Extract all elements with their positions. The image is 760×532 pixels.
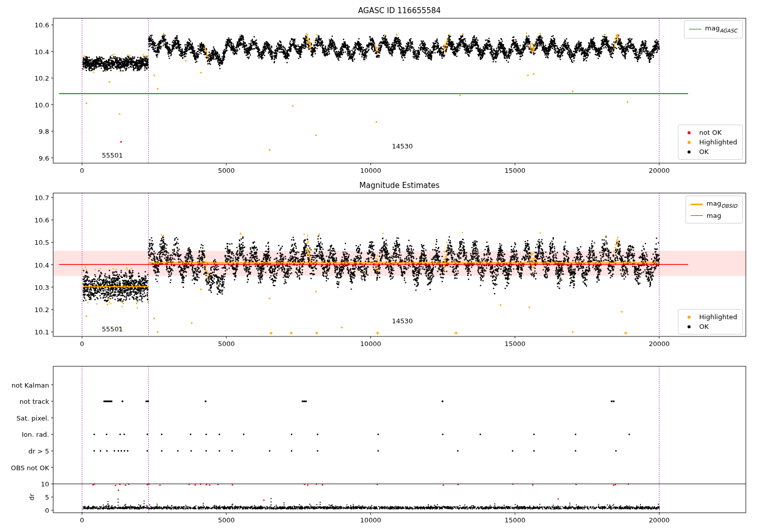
legend-item-mag: mag <box>690 211 737 220</box>
x-tick-label: 15000 <box>505 340 525 348</box>
plot1-annotation-obsid-14530: 14530 <box>392 142 413 149</box>
highlighted-dot-swatch <box>682 316 696 319</box>
highlighted-dot-swatch <box>682 141 696 144</box>
y-tick-label: 10.7 <box>34 194 49 201</box>
x-tick-label: 20000 <box>649 516 669 524</box>
y-tick-label: 9.8 <box>39 128 49 135</box>
x-tick-label: 20000 <box>649 340 669 348</box>
mag-agasc-line-swatch <box>689 29 702 29</box>
y-tick-label: 9.6 <box>39 154 49 162</box>
x-tick-label: 0 <box>80 167 84 174</box>
y-tick-label: 10.1 <box>34 328 49 336</box>
legend-item-ok: OK <box>682 322 737 331</box>
dr-tick-label: 10 <box>41 480 49 488</box>
legend-label-mag-obsid: magOBSID <box>707 199 737 211</box>
x-tick-label: 5000 <box>218 516 235 524</box>
x-tick-label: 10000 <box>360 516 381 524</box>
black-dot-icon <box>688 325 691 328</box>
legend-label-text: mag <box>705 24 720 32</box>
x-tick-label: 10000 <box>360 167 381 174</box>
legend-label-highlighted: Highlighted <box>699 137 737 147</box>
legend-label-text: mag <box>707 200 721 207</box>
legend-label-ok: OK <box>699 147 709 157</box>
row-label-0: not Kalman <box>12 381 49 389</box>
legend-item-ok: OK <box>682 147 737 157</box>
legend-item-highlighted: Highlighted <box>682 312 737 322</box>
y-tick-label: 10.6 <box>34 21 49 29</box>
figure: AGASC ID 116655584 Magnitude Estimates 5… <box>0 0 760 532</box>
y-tick-label: 10.2 <box>34 74 49 82</box>
dr-tick-label: 0 <box>45 507 49 514</box>
dr-axis-label: dr <box>28 493 35 501</box>
x-tick-label: 0 <box>80 516 84 524</box>
y-tick-label: 10.3 <box>34 283 49 291</box>
legend-item-mag-agasc: magAGASC <box>689 23 737 35</box>
legend-label-sub: AGASC <box>719 28 737 33</box>
ok-dot-swatch <box>682 325 696 328</box>
overlay: AGASC ID 116655584 Magnitude Estimates 5… <box>0 0 760 532</box>
row-label-1: not track <box>19 398 49 405</box>
orange-dot-icon <box>688 316 691 319</box>
legend-item-mag-obsid: magOBSID <box>690 199 737 211</box>
plot2-legend-points: Highlighted OK <box>678 309 743 334</box>
ok-dot-swatch <box>682 150 696 154</box>
x-tick-label: 15000 <box>505 516 525 524</box>
y-tick-label: 10.5 <box>34 239 49 246</box>
plot2-title: Magnitude Estimates <box>53 181 746 190</box>
green-line-icon <box>689 29 701 29</box>
mag-line-swatch <box>690 215 703 216</box>
legend-label-highlighted: Highlighted <box>699 312 737 322</box>
x-tick-label: 15000 <box>505 167 525 174</box>
plot2-legend-lines: magOBSID mag <box>686 196 743 223</box>
black-dot-icon <box>688 150 691 154</box>
plot1-title: AGASC ID 116655584 <box>53 6 746 15</box>
legend-label-sub: OBSID <box>721 203 737 209</box>
y-tick-label: 10.4 <box>34 48 49 55</box>
legend-item-highlighted: Highlighted <box>682 137 737 147</box>
x-tick-label: 0 <box>80 340 84 348</box>
row-label-4: dr > 5 <box>28 447 49 454</box>
legend-label-ok: OK <box>699 322 709 331</box>
orange-line-icon <box>691 204 703 205</box>
y-tick-label: 10.4 <box>34 261 49 269</box>
legend-label-mag: mag <box>707 211 721 220</box>
x-tick-label: 5000 <box>218 167 235 174</box>
dr-tick-label: 5 <box>45 493 49 501</box>
legend-label-mag-agasc: magAGASC <box>705 23 737 35</box>
x-tick-label: 10000 <box>360 340 381 348</box>
y-tick-label: 10.0 <box>34 101 49 108</box>
plot1-legend-mag-agasc: magAGASC <box>684 20 743 39</box>
row-label-2: Sat. pixel. <box>17 414 49 422</box>
row-label-5: OBS not OK <box>11 464 50 471</box>
x-tick-label: 20000 <box>649 167 669 174</box>
plot2-annotation-obsid-55501: 55501 <box>102 325 123 332</box>
orange-dot-icon <box>688 141 691 144</box>
y-tick-label: 10.6 <box>34 216 49 224</box>
mag-obsid-line-swatch <box>690 204 703 205</box>
plot1-annotation-obsid-55501: 55501 <box>102 151 123 159</box>
y-tick-label: 10.2 <box>34 306 49 313</box>
legend-item-not-ok: not OK <box>682 128 737 137</box>
row-label-3: Ion. rad. <box>22 431 49 438</box>
x-tick-label: 5000 <box>218 340 235 348</box>
red-line-icon <box>691 215 703 216</box>
red-dot-icon <box>688 131 691 134</box>
plot2-annotation-obsid-14530: 14530 <box>392 317 413 325</box>
not-ok-dot-swatch <box>682 131 696 134</box>
legend-label-not-ok: not OK <box>699 128 721 137</box>
plot1-legend-points: not OK Highlighted OK <box>678 125 743 160</box>
